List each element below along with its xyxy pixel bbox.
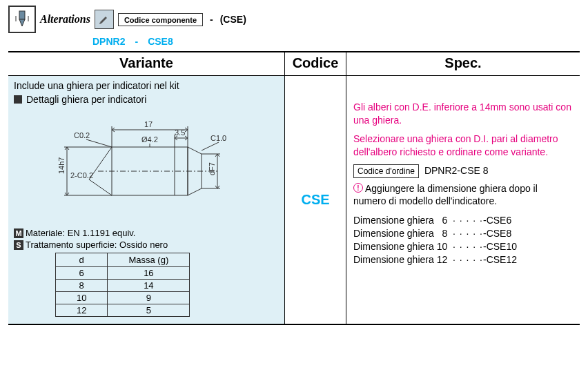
svg-line-12: [86, 139, 112, 147]
header-spec: Spec.: [346, 52, 580, 76]
tool-icon: [8, 6, 36, 33]
table-row: 616: [56, 267, 190, 280]
example-row: DPNR2 - CSE8: [92, 36, 580, 47]
svg-text:3.5: 3.5: [175, 128, 185, 137]
th-d: d: [56, 253, 108, 267]
technical-drawing: 17 3.5 C0.2 Ø4.2 C1.0: [39, 109, 253, 220]
order-line: Codice d'ordine DPNR2-CSE 8: [353, 164, 573, 178]
cse-label: (CSE): [220, 14, 246, 25]
bullet-icon: [14, 95, 22, 104]
edit-icon: [95, 10, 114, 29]
svg-text:14h7: 14h7: [57, 157, 66, 174]
spec-cell: Gli alberi con D.E. inferiore a 14mm son…: [346, 76, 580, 324]
size-line: Dimensione ghiera 10 · · · · ·-CSE10: [353, 240, 573, 253]
svg-line-16: [202, 142, 219, 150]
svg-line-18: [89, 179, 112, 195]
example-cse: CSE8: [148, 36, 173, 47]
size-line: Dimensione ghiera 12 · · · · ·-CSE12: [353, 253, 573, 266]
svg-text:dF7: dF7: [208, 162, 216, 175]
alterations-label: Alterations: [40, 13, 90, 26]
material-tag: M: [14, 228, 23, 238]
info-icon: !: [353, 183, 363, 193]
table-row: 814: [56, 280, 190, 292]
codice-componente-chip: Codice componente: [118, 13, 203, 26]
example-part: DPNR2: [92, 36, 125, 47]
magenta-note-1: Gli alberi con D.E. inferiore a 14mm son…: [353, 101, 573, 127]
surface-text: Trattamento superficie: Ossido nero: [26, 240, 168, 250]
order-box: Codice d'ordine: [353, 164, 419, 178]
svg-rect-0: [19, 11, 25, 19]
order-code: DPNR2-CSE 8: [424, 165, 489, 176]
include-text: Include una ghiera per indicatori nel ki…: [14, 80, 279, 91]
detail-line: Dettagli ghiera per indicatori: [14, 94, 279, 105]
surface-line: STrattamento superficie: Ossido nero: [14, 240, 279, 250]
dettagli-text: Dettagli ghiera per indicatori: [26, 94, 146, 105]
add-note: !Aggiungere la dimensione ghiera dopo il…: [353, 182, 573, 207]
table-row: 109: [56, 292, 190, 304]
variante-cell: Include una ghiera per indicatori nel ki…: [8, 76, 284, 324]
magenta-note-2: Selezionare una ghiera con D.I. pari al …: [353, 133, 573, 159]
add-note-text: Aggiungere la dimensione ghiera dopo il …: [353, 183, 538, 206]
spec-table: Variante Codice Spec. Include una ghiera…: [8, 51, 580, 325]
svg-text:C0.2: C0.2: [74, 131, 90, 139]
header-variante: Variante: [8, 52, 284, 76]
th-mass: Massa (g): [108, 253, 190, 267]
svg-text:2-C0.2: 2-C0.2: [70, 171, 93, 179]
svg-text:17: 17: [144, 120, 153, 128]
size-line: Dimensione ghiera 8 · · · · ·-CSE8: [353, 227, 573, 240]
dash: -: [129, 36, 144, 47]
codice-cell: CSE: [284, 76, 346, 324]
svg-text:C1.0: C1.0: [210, 134, 226, 142]
top-strip: Alterations Codice componente - (CSE): [8, 6, 580, 33]
codice-value: CSE: [301, 192, 329, 208]
material-line: MMateriale: EN 1.1191 equiv.: [14, 228, 279, 238]
table-row: 125: [56, 304, 190, 317]
material-text: Materiale: EN 1.1191 equiv.: [26, 228, 135, 238]
svg-text:Ø4.2: Ø4.2: [141, 135, 158, 144]
dash: -: [207, 14, 216, 25]
size-line: Dimensione ghiera 6 · · · · ·-CSE6: [353, 214, 573, 227]
surface-tag: S: [14, 240, 23, 250]
mass-table: d Massa (g) 616 814 109 125: [55, 253, 190, 317]
header-codice: Codice: [284, 52, 346, 76]
